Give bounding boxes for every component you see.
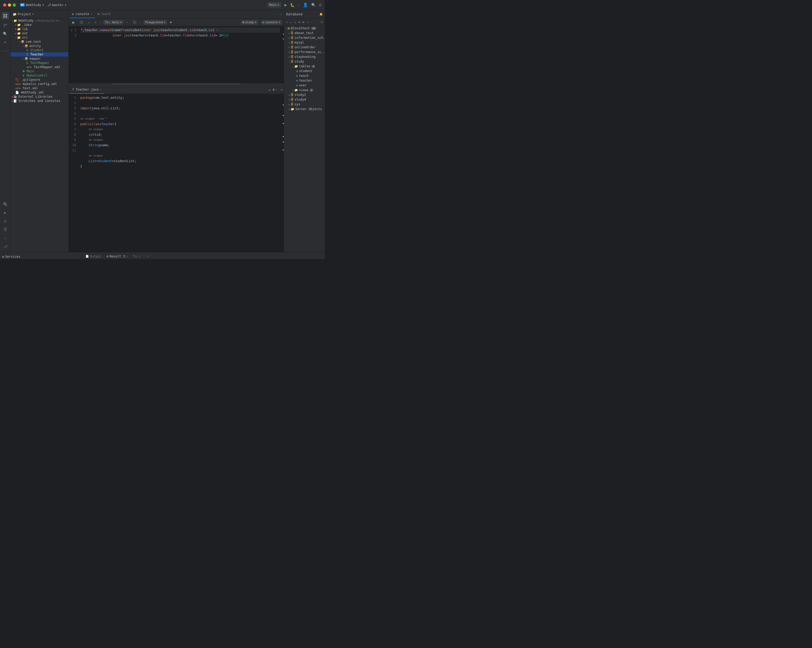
tree-item-student[interactable]: C Student	[11, 48, 69, 52]
tab-teacher-java[interactable]: C Teacher.java ✕	[70, 86, 104, 94]
vcs-icon[interactable]	[2, 21, 9, 29]
structure-icon[interactable]: ⊞	[2, 38, 9, 46]
jline-2	[80, 100, 279, 105]
db-item-tables[interactable]: ▾ 📁 tables 4	[284, 64, 325, 69]
db-item-student-table[interactable]: ⊞ student	[284, 69, 325, 73]
java-tab-close[interactable]: ✕	[100, 88, 102, 91]
tx-dropdown[interactable]: Tx: Auto ▾	[104, 20, 123, 24]
console-dropdown[interactable]: ▶ console ▾	[261, 20, 282, 24]
playground-dropdown[interactable]: Playground ▾	[143, 20, 167, 24]
db-schemas-btn[interactable]: ⊞	[298, 19, 301, 25]
run-config-btn[interactable]: Main ▾	[267, 2, 281, 8]
minimize-button[interactable]	[8, 3, 11, 7]
results-tab-tx[interactable]: Tx ✕	[130, 252, 143, 259]
problems-icon[interactable]: ⚠	[2, 234, 9, 241]
tab-settings-icon[interactable]: ⋯	[278, 11, 283, 17]
plugins-icon[interactable]: 🔌	[2, 200, 9, 208]
tree-item-out[interactable]: ▶ 📁 out	[11, 31, 69, 35]
study-chevron: ▾	[255, 21, 256, 24]
debug-icon[interactable]: 🐛	[290, 3, 295, 7]
db-item-teach-table[interactable]: ⊞ teach	[284, 73, 325, 78]
db-item-study2[interactable]: ▶ 🗄 study2	[284, 92, 325, 97]
branch-area[interactable]: ⎇ master ▾	[47, 3, 67, 7]
tree-item-entity[interactable]: ▾ 📦 entity	[11, 44, 69, 48]
db-item-study4[interactable]: ▶ 🗄 study4	[284, 97, 325, 102]
more-tools-icon[interactable]: ···	[2, 47, 9, 54]
db-item-info[interactable]: ▶ 🗄 information_sch... ●	[284, 35, 325, 40]
tree-item-mapper[interactable]: ▾ 📦 mapper	[11, 57, 69, 61]
database-left-icon[interactable]: 🗄	[2, 226, 9, 233]
java-code-area[interactable]: 1 2 3 4 5 6 7 8 9 10 11	[69, 94, 282, 252]
db-item-ebean[interactable]: ▶ 🗄 ebean_test	[284, 31, 325, 35]
settings-icon[interactable]: ⚙	[319, 2, 322, 8]
java-settings-icon[interactable]: ⋯	[281, 88, 283, 92]
result-tab-close[interactable]: ✕	[126, 255, 128, 258]
db-item-localhost[interactable]: ▾ 🖥 @localhost 10	[284, 26, 325, 31]
tree-item-iml[interactable]: 📄 WebStudy.iml	[11, 90, 69, 95]
services-icon[interactable]: ⚙	[2, 217, 9, 225]
more-icon[interactable]: ⋯	[298, 3, 300, 7]
mapper-label: mapper	[29, 57, 41, 61]
grid-view-btn[interactable]: ⊞	[168, 20, 173, 24]
class-icon-mybatisutil: C	[23, 74, 24, 77]
tab-teach[interactable]: ⊞ teach	[95, 10, 113, 18]
tree-item-mybatisutil[interactable]: C MybatisUtil	[11, 73, 69, 78]
db-item-sys[interactable]: ▶ 🗄 sys	[284, 102, 325, 107]
jline-3: import java.util.List ;	[80, 105, 279, 111]
db-edit-btn[interactable]: ✏	[289, 19, 293, 25]
db-add-btn[interactable]: +	[285, 19, 289, 25]
tree-item-mybatis-config[interactable]: </> mybatis-config.xml	[11, 82, 69, 86]
rerun-btn[interactable]: ↺	[87, 20, 92, 24]
tree-item-gitignore[interactable]: 🚫 .gitignore	[11, 78, 69, 82]
tree-item-idea[interactable]: ▶ 📁 .idea	[11, 23, 69, 27]
db-tree: ▾ 🖥 @localhost 10 ▶ 🗄 ebean_test ▶ 🗄 inf…	[284, 26, 325, 252]
run-query-btn[interactable]: ▶	[71, 19, 76, 25]
db-item-online[interactable]: ▶ 🗄 onlineOrder	[284, 45, 325, 50]
app-name-area[interactable]: WS WebStudy ▾	[20, 3, 44, 7]
db-item-views[interactable]: ▶ 📁 views 2	[284, 88, 325, 92]
results-tab-result3[interactable]: ⊞ Result 3 ✕	[104, 252, 130, 259]
profile-icon[interactable]: 👤	[303, 2, 308, 8]
tab-console[interactable]: ▶ console ✕	[70, 10, 95, 18]
results-tab-output[interactable]: 📄 Output	[83, 252, 104, 259]
db-item-stay[interactable]: ▶ 🗄 staybooking	[284, 54, 325, 59]
db-layout-btn[interactable]: ≡	[320, 19, 324, 25]
tree-item-text-xml[interactable]: </> text.xml	[11, 86, 69, 90]
tree-item-scratches[interactable]: ▶ 📝 Scratches and Consoles	[11, 99, 69, 103]
study-dropdown[interactable]: ⊞ study ▾	[241, 20, 258, 24]
close-button[interactable]	[3, 3, 6, 7]
settings-btn[interactable]: ⚙	[93, 20, 98, 24]
search-icon[interactable]: 🔍	[311, 3, 316, 7]
maximize-button[interactable]	[13, 3, 16, 7]
db-item-mysql[interactable]: ▶ 🗄 mysql	[284, 40, 325, 45]
git-icon[interactable]: ⎇	[2, 243, 9, 250]
run-icon[interactable]: ▶	[284, 2, 287, 8]
tree-item-webstudy[interactable]: ▾ 📁 WebStudy ~/Desktop/CS/Ja...	[11, 18, 69, 23]
stop-tx-btn[interactable]: ⬛	[131, 20, 138, 24]
find-icon[interactable]: 🔍	[2, 30, 9, 38]
tx-tab-close[interactable]: ✕	[138, 255, 140, 258]
tree-item-ext-libs[interactable]: ▶ 📚 External Libraries	[11, 95, 69, 99]
db-refresh-btn[interactable]: ↺	[293, 19, 297, 25]
tree-item-comtest[interactable]: ▾ 📦 com.test	[11, 40, 69, 44]
console-tab-close[interactable]: ✕	[91, 12, 92, 15]
db-item-user-table[interactable]: ⊞ user	[284, 83, 325, 88]
undo-btn[interactable]: ↩	[125, 20, 130, 24]
db-item-study[interactable]: ▾ 🗄 study	[284, 59, 325, 64]
tree-item-testmapper-xml[interactable]: </> TestMapper.xml	[11, 65, 69, 69]
tree-item-testmapper[interactable]: C TestMapper	[11, 61, 69, 65]
tree-item-lib[interactable]: ▶ 📁 lib	[11, 27, 69, 31]
tree-item-teacher[interactable]: C Teacher	[11, 52, 69, 57]
tree-item-src[interactable]: ▾ 📁 src	[11, 35, 69, 40]
db-more-btn[interactable]: ⋯	[306, 19, 310, 25]
sql-editor[interactable]: ✓ 1 2 * , teacher . name as tname from	[69, 26, 284, 84]
db-item-perf[interactable]: ▶ 🗄 performance_sc...	[284, 50, 325, 54]
extlibs-folder-icon: 📚	[14, 95, 17, 98]
project-icon[interactable]	[2, 12, 9, 20]
db-item-server-objects[interactable]: ▶ 📁 Server Objects	[284, 107, 325, 112]
stop-btn[interactable]: ⬛	[78, 20, 85, 24]
db-filter-btn[interactable]: ▶	[302, 19, 305, 25]
tree-item-main[interactable]: M Main	[11, 69, 69, 73]
run-dashboard-icon[interactable]: ▶	[2, 209, 9, 216]
db-item-teacher-table[interactable]: ⊞ teacher	[284, 78, 325, 83]
